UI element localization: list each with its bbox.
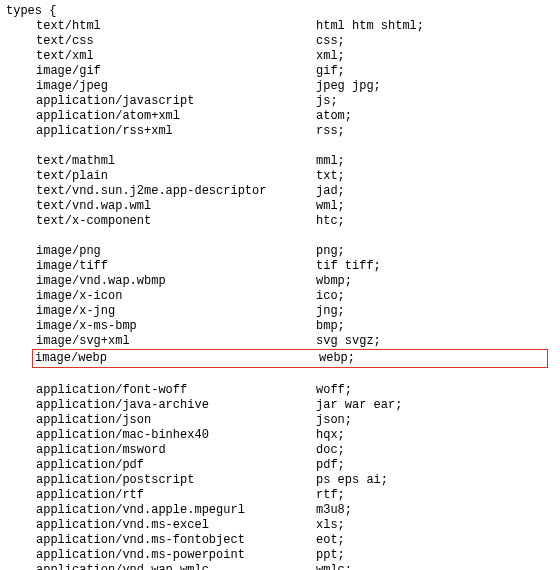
indent (6, 19, 36, 34)
mime-row: application/vnd.ms-powerpointppt; (6, 548, 554, 563)
extensions: atom; (316, 109, 554, 124)
indent (6, 109, 36, 124)
extensions: hqx; (316, 428, 554, 443)
indent (6, 184, 36, 199)
mime-type: image/svg+xml (36, 334, 316, 349)
highlighted-row: image/webpwebp; (32, 349, 548, 368)
mime-row: application/atom+xmlatom; (6, 109, 554, 124)
mime-row: image/jpegjpeg jpg; (6, 79, 554, 94)
extensions: mml; (316, 154, 554, 169)
mime-row: application/msworddoc; (6, 443, 554, 458)
mime-row: image/tifftif tiff; (6, 259, 554, 274)
blank-line (6, 139, 554, 154)
mime-type: application/vnd.wap.wmlc (36, 563, 316, 570)
mime-type: image/vnd.wap.wbmp (36, 274, 316, 289)
extensions: doc; (316, 443, 554, 458)
indent (6, 458, 36, 473)
mime-row: image/pngpng; (6, 244, 554, 259)
indent (6, 199, 36, 214)
extensions: jng; (316, 304, 554, 319)
indent (6, 214, 36, 229)
extensions: rss; (316, 124, 554, 139)
mime-type: image/x-ms-bmp (36, 319, 316, 334)
indent (6, 169, 36, 184)
extensions: eot; (316, 533, 554, 548)
indent (6, 49, 36, 64)
extensions: jad; (316, 184, 554, 199)
indent (6, 563, 36, 570)
mime-type: application/postscript (36, 473, 316, 488)
mime-row: text/mathmlmml; (6, 154, 554, 169)
mime-list: text/htmlhtml htm shtml;text/csscss;text… (6, 19, 554, 570)
extensions: ico; (316, 289, 554, 304)
mime-type: text/xml (36, 49, 316, 64)
mime-row: text/csscss; (6, 34, 554, 49)
indent (6, 473, 36, 488)
extensions: woff; (316, 383, 554, 398)
extensions: pdf; (316, 458, 554, 473)
mime-row: text/xmlxml; (6, 49, 554, 64)
mime-type: text/css (36, 34, 316, 49)
mime-row: application/javascriptjs; (6, 94, 554, 109)
mime-type: application/atom+xml (36, 109, 316, 124)
indent (6, 244, 36, 259)
indent (6, 413, 36, 428)
extensions: png; (316, 244, 554, 259)
mime-row: text/htmlhtml htm shtml; (6, 19, 554, 34)
extensions: webp; (319, 351, 547, 366)
mime-row: application/mac-binhex40hqx; (6, 428, 554, 443)
extensions: xls; (316, 518, 554, 533)
extensions: txt; (316, 169, 554, 184)
types-open-brace: types { (6, 4, 554, 19)
mime-type: application/json (36, 413, 316, 428)
mime-row: application/java-archivejar war ear; (6, 398, 554, 413)
mime-type: text/vnd.sun.j2me.app-descriptor (36, 184, 316, 199)
extensions: jpeg jpg; (316, 79, 554, 94)
mime-type: image/png (36, 244, 316, 259)
mime-type: image/x-icon (36, 289, 316, 304)
extensions: wml; (316, 199, 554, 214)
extensions: ppt; (316, 548, 554, 563)
indent (6, 533, 36, 548)
mime-type: application/vnd.ms-fontobject (36, 533, 316, 548)
indent (6, 124, 36, 139)
mime-type: application/rss+xml (36, 124, 316, 139)
mime-row: text/x-componenthtc; (6, 214, 554, 229)
mime-type: image/gif (36, 64, 316, 79)
indent (6, 518, 36, 533)
mime-type: application/javascript (36, 94, 316, 109)
extensions: html htm shtml; (316, 19, 554, 34)
blank-line (6, 368, 554, 383)
extensions: jar war ear; (316, 398, 554, 413)
mime-row: application/rtfrtf; (6, 488, 554, 503)
indent (6, 289, 36, 304)
mime-type: image/jpeg (36, 79, 316, 94)
mime-type: image/webp (33, 351, 319, 366)
extensions: js; (316, 94, 554, 109)
mime-type: application/vnd.ms-powerpoint (36, 548, 316, 563)
indent (6, 304, 36, 319)
indent (6, 319, 36, 334)
indent (6, 94, 36, 109)
indent (6, 334, 36, 349)
extensions: bmp; (316, 319, 554, 334)
indent (6, 274, 36, 289)
indent (6, 503, 36, 518)
mime-row: text/vnd.sun.j2me.app-descriptorjad; (6, 184, 554, 199)
mime-row: image/x-jngjng; (6, 304, 554, 319)
mime-type: text/mathml (36, 154, 316, 169)
mime-row: application/jsonjson; (6, 413, 554, 428)
mime-row: image/x-ms-bmpbmp; (6, 319, 554, 334)
mime-row: application/vnd.ms-fontobjecteot; (6, 533, 554, 548)
mime-row: image/gifgif; (6, 64, 554, 79)
mime-row: application/vnd.ms-excelxls; (6, 518, 554, 533)
mime-type: application/pdf (36, 458, 316, 473)
mime-type: image/x-jng (36, 304, 316, 319)
indent (6, 428, 36, 443)
mime-row: image/vnd.wap.wbmpwbmp; (6, 274, 554, 289)
mime-type: application/java-archive (36, 398, 316, 413)
indent (6, 79, 36, 94)
extensions: rtf; (316, 488, 554, 503)
indent (6, 383, 36, 398)
mime-type: text/x-component (36, 214, 316, 229)
